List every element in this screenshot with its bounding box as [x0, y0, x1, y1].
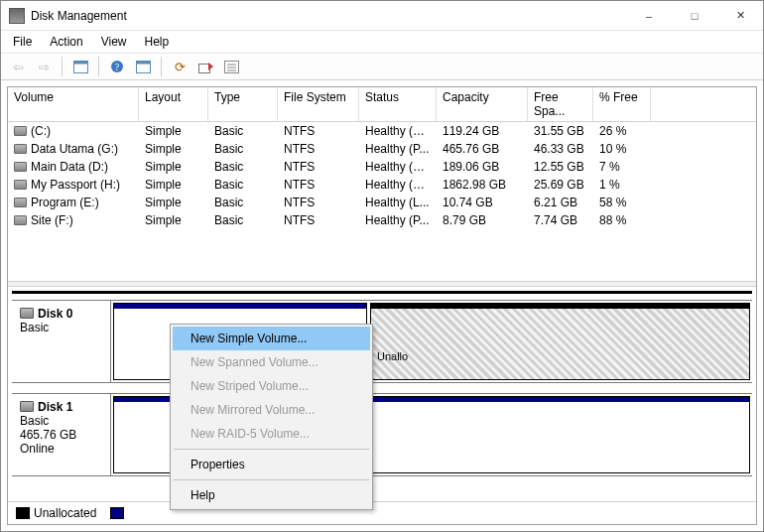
- volume-layout: Simple: [139, 141, 208, 157]
- svg-text:?: ?: [115, 62, 120, 72]
- unallocated-label: Unallo: [377, 350, 743, 362]
- volume-icon: [14, 198, 27, 207]
- volume-name: Main Data (D:): [31, 160, 108, 174]
- volume-row[interactable]: Data Utama (G:)SimpleBasicNTFSHealthy (P…: [8, 140, 756, 158]
- volume-row[interactable]: (C:)SimpleBasicNTFSHealthy (B...119.24 G…: [8, 122, 756, 140]
- app-window: Disk Management – □ ✕ File Action View H…: [0, 0, 764, 532]
- content-pane: Volume Layout Type File System Status Ca…: [7, 86, 757, 525]
- disk-icon: [20, 308, 34, 319]
- menu-view[interactable]: View: [93, 33, 135, 51]
- maximize-button[interactable]: □: [672, 1, 717, 31]
- volume-row[interactable]: Program (E:)SimpleBasicNTFSHealthy (L...…: [8, 194, 756, 211]
- volume-icon: [14, 162, 27, 172]
- col-capacity[interactable]: Capacity: [437, 87, 528, 121]
- volume-row[interactable]: My Passport (H:)SimpleBasicNTFSHealthy (…: [8, 176, 756, 194]
- disk-icon: [20, 401, 34, 412]
- volume-type: Basic: [208, 141, 278, 157]
- volume-icon: [14, 180, 27, 190]
- ctx-new-spanned-volume: New Spanned Volume...: [173, 350, 370, 374]
- volume-capacity: 1862.98 GB: [437, 177, 528, 193]
- ctx-properties[interactable]: Properties: [173, 453, 370, 476]
- volume-list[interactable]: (C:)SimpleBasicNTFSHealthy (B...119.24 G…: [8, 122, 756, 281]
- volume-free: 6.21 GB: [528, 195, 593, 210]
- ctx-new-raid5-volume: New RAID-5 Volume...: [173, 422, 370, 446]
- volume-free: 31.55 GB: [528, 123, 593, 139]
- action-button[interactable]: [194, 56, 216, 77]
- show-hide-tree-button[interactable]: [69, 56, 91, 77]
- ctx-help[interactable]: Help: [173, 483, 370, 507]
- col-type[interactable]: Type: [208, 87, 278, 121]
- separator-icon: [174, 479, 369, 480]
- volume-free: 12.55 GB: [528, 159, 593, 175]
- volume-free: 46.33 GB: [528, 141, 593, 157]
- menu-bar: File Action View Help: [1, 31, 763, 53]
- volume-free: 25.69 GB: [528, 177, 593, 193]
- disk-0-type: Basic: [20, 321, 102, 334]
- col-filesystem[interactable]: File System: [278, 87, 359, 121]
- title-bar: Disk Management – □ ✕: [1, 1, 763, 31]
- svg-rect-1: [73, 61, 87, 64]
- volume-pct: 26 %: [593, 123, 651, 139]
- svg-rect-6: [198, 64, 209, 72]
- volume-layout: Simple: [139, 195, 208, 210]
- disk-1-label[interactable]: Disk 1 Basic 465.76 GB Online: [12, 394, 111, 475]
- volume-fs: NTFS: [278, 159, 359, 175]
- volume-row[interactable]: Main Data (D:)SimpleBasicNTFSHealthy (S.…: [8, 158, 756, 176]
- volume-icon: [14, 126, 27, 136]
- volume-name: Data Utama (G:): [31, 142, 118, 156]
- col-status[interactable]: Status: [359, 87, 437, 121]
- volume-row[interactable]: Site (F:)SimpleBasicNTFSHealthy (P...8.7…: [8, 211, 756, 229]
- swatch-black-icon: [16, 507, 30, 519]
- legend: Unallocated: [8, 501, 756, 524]
- ctx-new-mirrored-volume: New Mirrored Volume...: [173, 398, 370, 422]
- separator-icon: [161, 57, 162, 76]
- disk-0-label[interactable]: Disk 0 Basic: [12, 301, 111, 382]
- disk-graphical-pane: Disk 0 Basic Unallo: [8, 287, 756, 501]
- minimize-button[interactable]: –: [626, 1, 672, 31]
- volume-name: Program (E:): [31, 196, 99, 209]
- refresh-button[interactable]: ⟳: [169, 56, 191, 77]
- menu-file[interactable]: File: [5, 33, 40, 51]
- volume-status: Healthy (S...: [359, 159, 437, 175]
- menu-help[interactable]: Help: [137, 33, 178, 51]
- volume-fs: NTFS: [278, 177, 359, 193]
- disk-1-type: Basic: [20, 414, 102, 428]
- volume-type: Basic: [208, 195, 278, 210]
- volume-list-header: Volume Layout Type File System Status Ca…: [8, 87, 756, 122]
- col-spare[interactable]: [651, 87, 756, 121]
- volume-type: Basic: [208, 177, 278, 193]
- volume-name: Site (F:): [31, 213, 73, 227]
- partition-body: Unallo: [371, 309, 749, 379]
- disk-1-status: Online: [20, 442, 102, 456]
- list-button[interactable]: [220, 56, 242, 77]
- swatch-navy-icon: [110, 507, 124, 519]
- disk-1-capacity: 465.76 GB: [20, 428, 102, 442]
- volume-layout: Simple: [139, 123, 208, 139]
- disk-0-unallocated[interactable]: Unallo: [370, 303, 750, 380]
- volume-fs: NTFS: [278, 212, 359, 228]
- volume-pct: 58 %: [593, 195, 651, 210]
- volume-type: Basic: [208, 123, 278, 139]
- svg-rect-5: [136, 61, 150, 64]
- volume-type: Basic: [208, 159, 278, 175]
- volume-capacity: 465.76 GB: [437, 141, 528, 157]
- col-free-space[interactable]: Free Spa...: [528, 87, 593, 121]
- volume-status: Healthy (P...: [359, 141, 437, 157]
- volume-layout: Simple: [139, 159, 208, 175]
- volume-status: Healthy (B...: [359, 123, 437, 139]
- col-volume[interactable]: Volume: [8, 87, 139, 121]
- col-layout[interactable]: Layout: [139, 87, 208, 121]
- disk-0-name: Disk 0: [38, 307, 72, 321]
- ctx-new-simple-volume[interactable]: New Simple Volume...: [173, 327, 370, 350]
- close-button[interactable]: ✕: [717, 1, 763, 31]
- col-pct-free[interactable]: % Free: [593, 87, 651, 121]
- divider: [12, 291, 752, 294]
- volume-layout: Simple: [139, 177, 208, 193]
- volume-pct: 88 %: [593, 212, 651, 228]
- settings-button[interactable]: [132, 56, 154, 77]
- volume-icon: [14, 215, 27, 225]
- volume-capacity: 8.79 GB: [437, 212, 528, 228]
- help-button[interactable]: ?: [106, 56, 128, 77]
- menu-action[interactable]: Action: [42, 33, 90, 51]
- context-menu: New Simple Volume... New Spanned Volume.…: [170, 324, 373, 510]
